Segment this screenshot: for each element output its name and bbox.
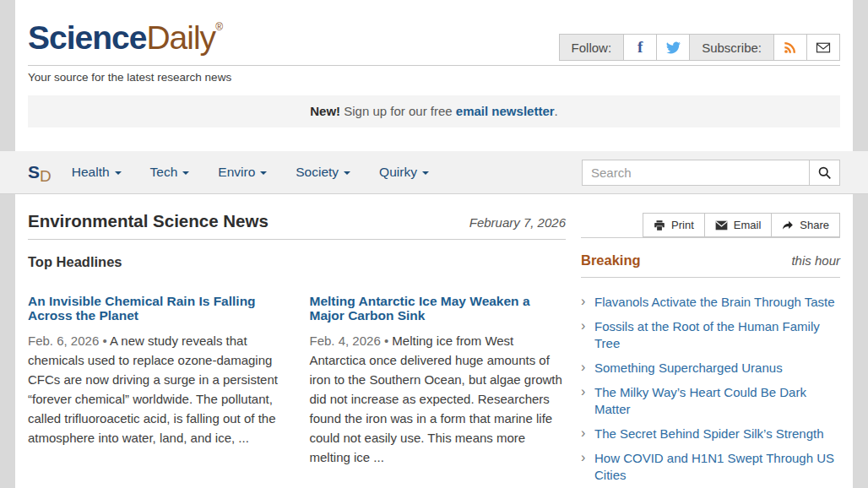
breaking-timeframe: this hour [791, 253, 840, 268]
chevron-right-icon: › [581, 383, 585, 400]
logo-daily: Daily [146, 19, 215, 56]
article-title-link[interactable]: Melting Antarctic Ice May Weaken a Major… [310, 294, 567, 323]
breaking-item[interactable]: › Fossils at the Root of the Human Famil… [581, 315, 840, 356]
nav-item-quirky[interactable]: Quirky [379, 165, 429, 180]
breaking-item[interactable]: › The Milky Way’s Heart Could Be Dark Ma… [581, 381, 840, 422]
breaking-item-label: How COVID and H1N1 Swept Through US Citi… [594, 451, 834, 482]
article-card: An Invisible Chemical Rain Is Falling Ac… [28, 294, 285, 467]
article-summary-text: Melting ice from West Antarctica once de… [310, 333, 562, 464]
chevron-down-icon [422, 171, 429, 175]
nav-item-label: Enviro [218, 165, 255, 179]
logo-initial-s: S [28, 162, 40, 182]
subscribe-label: Subscribe: [689, 34, 774, 61]
chevron-down-icon [260, 171, 267, 175]
page-container: ScienceDaily® Follow: f Subscribe: [15, 0, 853, 488]
bullet-separator: • [102, 333, 106, 348]
page-title-row: Environmental Science News February 7, 2… [28, 211, 566, 240]
rss-icon [784, 41, 797, 54]
brand-tagline: Your source for the latest research news [28, 71, 840, 84]
header: ScienceDaily® Follow: f Subscribe: [28, 0, 840, 66]
email-label: Email [734, 219, 762, 231]
chevron-down-icon [344, 171, 350, 175]
section-title: Top Headlines [28, 254, 566, 270]
email-icon [715, 220, 728, 230]
envelope-icon [816, 41, 831, 54]
banner-text: Sign up for our free [340, 104, 456, 118]
print-button[interactable]: Print [643, 213, 705, 237]
search-button[interactable] [809, 160, 840, 186]
breaking-item[interactable]: › Flavanols Activate the Brain Through T… [581, 290, 840, 315]
nav-item-label: Tech [150, 165, 178, 179]
email-subscribe-button[interactable] [806, 34, 840, 61]
page-date: February 7, 2026 [469, 215, 566, 230]
chevron-right-icon: › [581, 359, 585, 376]
nav-item-label: Quirky [379, 165, 417, 179]
nav-item-society[interactable]: Society [296, 165, 350, 180]
search-box [582, 160, 840, 186]
chevron-right-icon: › [581, 293, 585, 310]
nav-item-tech[interactable]: Tech [150, 165, 190, 180]
article-card: Melting Antarctic Ice May Weaken a Major… [310, 294, 567, 467]
breaking-item[interactable]: › The Secret Behind Spider Silk’s Streng… [581, 422, 840, 447]
article-date: Feb. 6, 2026 [28, 333, 99, 348]
article-summary: Feb. 6, 2026 • A new study reveals that … [28, 331, 285, 447]
nav-item-label: Society [296, 165, 339, 179]
share-button-group: Print Email Share [643, 213, 840, 237]
search-input[interactable] [582, 160, 810, 186]
social-button-group: Follow: f Subscribe: [559, 34, 840, 61]
logo-science: Science [28, 19, 146, 56]
banner-highlight: New! [310, 104, 340, 118]
rss-button[interactable] [773, 34, 807, 61]
article-summary: Feb. 4, 2026 • Melting ice from West Ant… [310, 331, 567, 467]
banner-suffix: . [555, 104, 558, 118]
sd-home-logo[interactable]: SD [28, 162, 52, 182]
print-label: Print [671, 219, 694, 231]
breaking-item[interactable]: › How COVID and H1N1 Swept Through US Ci… [581, 447, 840, 488]
sciencedaily-logo[interactable]: ScienceDaily® [28, 8, 223, 63]
email-button[interactable]: Email [704, 213, 773, 237]
share-button[interactable]: Share [771, 213, 840, 237]
breaking-item[interactable]: › Something Supercharged Uranus [581, 356, 840, 381]
share-toolbar: Print Email Share [581, 211, 840, 238]
breaking-list: › Flavanols Activate the Brain Through T… [581, 290, 840, 488]
breaking-item-label: Fossils at the Root of the Human Family … [594, 319, 820, 350]
share-label: Share [800, 219, 829, 231]
chevron-down-icon [115, 171, 122, 175]
chevron-right-icon: › [581, 425, 585, 442]
chevron-right-icon: › [581, 449, 585, 466]
navbar: SD Health Tech Enviro Society Quirky [0, 151, 868, 194]
article-title-link[interactable]: An Invisible Chemical Rain Is Falling Ac… [28, 294, 285, 323]
breaking-item-label: Something Supercharged Uranus [594, 361, 783, 375]
facebook-button[interactable]: f [623, 34, 657, 61]
twitter-icon [666, 41, 681, 55]
main-content: Environmental Science News February 7, 2… [28, 194, 840, 488]
chevron-right-icon: › [581, 317, 585, 334]
search-icon [817, 165, 832, 180]
navbar-inner: SD Health Tech Enviro Society Quirky [15, 151, 853, 193]
nav-item-health[interactable]: Health [72, 165, 122, 180]
top-headlines-grid: An Invisible Chemical Rain Is Falling Ac… [28, 294, 566, 488]
logo-initial-d: D [40, 167, 52, 185]
email-newsletter-link[interactable]: email newsletter [456, 104, 555, 118]
page-title: Environmental Science News [28, 211, 269, 231]
article-date: Feb. 4, 2026 [310, 333, 381, 348]
breaking-item-label: The Milky Way’s Heart Could Be Dark Matt… [594, 385, 806, 416]
sidebar: Print Email Share [581, 211, 840, 488]
print-icon [654, 220, 665, 231]
share-icon [782, 220, 794, 231]
bullet-separator: • [384, 333, 388, 348]
twitter-button[interactable] [656, 34, 690, 61]
breaking-item-label: Flavanols Activate the Brain Through Tas… [594, 295, 835, 309]
breaking-item-label: The Secret Behind Spider Silk’s Strength [594, 426, 824, 441]
facebook-icon: f [637, 38, 643, 57]
breaking-header-row: Breaking this hour [581, 252, 840, 278]
article-summary-text: A new study reveals that chemicals used … [28, 333, 278, 445]
breaking-heading: Breaking [581, 252, 641, 268]
nav-item-enviro[interactable]: Enviro [218, 165, 267, 180]
newsletter-banner: New! Sign up for our free email newslett… [28, 95, 840, 127]
left-column: Environmental Science News February 7, 2… [28, 211, 566, 488]
nav-item-label: Health [72, 165, 110, 179]
chevron-down-icon [182, 171, 189, 175]
follow-label: Follow: [559, 34, 625, 61]
registered-mark: ® [215, 21, 223, 33]
